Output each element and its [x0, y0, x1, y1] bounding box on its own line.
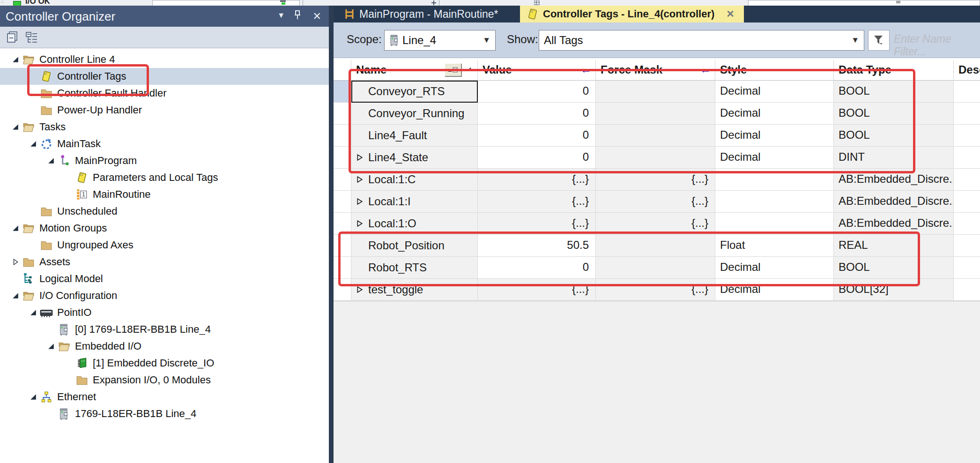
tree-expander-expanded-icon[interactable]: [9, 53, 22, 66]
cell-name[interactable]: test_toggle: [351, 279, 478, 301]
cell-data-type[interactable]: BOOL: [834, 81, 954, 103]
tree-item-assets[interactable]: Assets: [0, 254, 329, 270]
tree-item-expansion-i-o-0-modules[interactable]: Expansion I/O, 0 Modules: [0, 372, 329, 388]
pin-icon[interactable]: [292, 9, 303, 22]
panel-splitter[interactable]: [329, 6, 334, 463]
cell-description[interactable]: [954, 103, 980, 125]
column-header-style[interactable]: Style: [715, 60, 834, 81]
tree-item-unscheduled[interactable]: Unscheduled: [0, 203, 329, 220]
cell-data-type[interactable]: BOOL[32]: [834, 279, 954, 301]
row-selector-margin[interactable]: [334, 125, 351, 147]
collapse-pages-icon[interactable]: [5, 30, 21, 45]
tree-item-ungrouped-axes[interactable]: Ungrouped Axes: [0, 237, 329, 254]
tree-item--0-1769-l18er-bb1b-line-4[interactable]: [0] 1769-L18ER-BB1B Line_4: [0, 321, 329, 338]
cell-force-mask[interactable]: {...}: [596, 191, 715, 213]
tree-expander-expanded-icon[interactable]: [27, 138, 39, 150]
row-selector-margin[interactable]: [334, 147, 351, 169]
row-selector-margin[interactable]: [334, 279, 351, 301]
column-pin-arrow-icon[interactable]: ←: [700, 63, 711, 76]
cell-description[interactable]: [954, 257, 980, 279]
tree-item--1-embedded-discrete-io[interactable]: [1] Embedded Discrete_IO: [0, 355, 329, 372]
cell-name[interactable]: Conveyor_RTS: [351, 81, 478, 103]
filter-button[interactable]: [868, 30, 890, 51]
tree-item-controller-fault-handler[interactable]: Controller Fault Handler: [0, 85, 329, 102]
tree-item-controller-tags[interactable]: Controller Tags: [0, 68, 329, 85]
cell-name[interactable]: Line4_State: [351, 147, 478, 169]
tree-expander-expanded-icon[interactable]: [9, 290, 22, 302]
column-header-data_type[interactable]: Data Type: [834, 60, 954, 81]
tab-main-routine[interactable]: MainProgram - MainRoutine*: [337, 6, 519, 22]
cell-data-type[interactable]: BOOL: [834, 103, 954, 125]
row-selector-margin[interactable]: [334, 235, 351, 257]
cell-data-type[interactable]: REAL: [834, 235, 954, 257]
tree-item-controller-line-4[interactable]: Controller Line 4: [0, 51, 329, 68]
tree-item-mainprogram[interactable]: MainProgram: [0, 152, 329, 169]
tree-item-tasks[interactable]: Tasks: [0, 119, 329, 135]
row-expand-icon[interactable]: [357, 286, 367, 293]
clipped-combo-box[interactable]: [748, 0, 980, 6]
show-dropdown[interactable]: All Tags ▼: [539, 30, 864, 51]
cell-style[interactable]: [715, 213, 834, 235]
column-header-force_mask[interactable]: Force Mask←: [596, 60, 715, 81]
tree-item-ethernet[interactable]: Ethernet: [0, 388, 329, 405]
cell-name[interactable]: Robot_Position: [351, 235, 478, 257]
cell-style[interactable]: Float: [715, 235, 834, 257]
cell-data-type[interactable]: BOOL: [834, 257, 954, 279]
tree-expander-expanded-icon[interactable]: [45, 340, 57, 352]
cell-data-type[interactable]: AB:Embedded_Discre...: [834, 169, 954, 191]
tree-item-maintask[interactable]: MainTask: [0, 135, 329, 152]
cell-description[interactable]: [954, 125, 980, 147]
column-pin-arrow-icon[interactable]: ←: [580, 63, 592, 76]
cell-style[interactable]: [715, 191, 834, 213]
tree-item-motion-groups[interactable]: Motion Groups: [0, 220, 329, 237]
cell-force-mask[interactable]: [596, 103, 715, 125]
tree-item-pointio[interactable]: PointIO: [0, 304, 329, 321]
row-expand-icon[interactable]: [357, 220, 367, 227]
cell-style[interactable]: Decimal: [715, 257, 834, 279]
scope-dropdown[interactable]: Line_4 ▼: [384, 30, 496, 51]
tab-controller-tags[interactable]: Controller Tags - Line_4(controller)✕: [520, 6, 744, 22]
row-expand-icon[interactable]: [357, 154, 367, 161]
cell-name[interactable]: Local:1:C: [351, 169, 478, 191]
tree-expander-expanded-icon[interactable]: [27, 391, 39, 403]
cell-description[interactable]: [954, 147, 980, 169]
tree-item-i-o-configuration[interactable]: I/O Configuration: [0, 287, 329, 304]
cell-name[interactable]: Local:1:O: [351, 213, 478, 235]
tree-options-icon[interactable]: [24, 30, 40, 45]
cell-force-mask[interactable]: [596, 235, 715, 257]
cell-force-mask[interactable]: {...}: [596, 213, 715, 235]
tree-item-power-up-handler[interactable]: Power-Up Handler: [0, 102, 329, 119]
cell-value[interactable]: 0: [478, 125, 596, 147]
clipped-combo-box[interactable]: [152, 0, 300, 6]
cell-data-type[interactable]: AB:Embedded_Discre...: [834, 191, 954, 213]
column-header-description[interactable]: Description: [954, 60, 980, 81]
tree-expander-expanded-icon[interactable]: [9, 121, 22, 133]
close-icon[interactable]: ✕: [313, 10, 321, 22]
clipped-toolbar-icon[interactable]: [431, 0, 437, 5]
cell-name[interactable]: Robot_RTS: [351, 257, 478, 279]
cell-value[interactable]: 0: [478, 257, 596, 279]
row-selector-margin[interactable]: [334, 257, 351, 279]
sort-ascending-icon[interactable]: ▲: [467, 65, 474, 73]
cell-style[interactable]: Decimal: [715, 103, 834, 125]
cell-value[interactable]: 50.5: [478, 235, 596, 257]
name-filter-input[interactable]: Enter Name Filter...: [894, 33, 980, 58]
cell-style[interactable]: Decimal: [715, 81, 834, 103]
tree-item-logical-model[interactable]: Logical Model: [0, 270, 329, 287]
name-column-options-button[interactable]: [445, 63, 461, 76]
tree-item-1769-l18er-bb1b-line-4[interactable]: 1769-L18ER-BB1B Line_4: [0, 405, 329, 422]
cell-value[interactable]: 0: [478, 81, 596, 103]
cell-value[interactable]: 0: [478, 103, 596, 125]
tree-item-embedded-i-o[interactable]: Embedded I/O: [0, 338, 329, 355]
column-header-value[interactable]: Value←: [478, 60, 596, 81]
cell-value[interactable]: {...}: [478, 191, 596, 213]
cell-description[interactable]: [954, 279, 980, 301]
row-selector-margin[interactable]: [334, 169, 351, 191]
tree-expander-collapsed-icon[interactable]: [9, 256, 22, 268]
cell-description[interactable]: [954, 81, 980, 103]
cell-description[interactable]: [954, 235, 980, 257]
cell-data-type[interactable]: DINT: [834, 147, 954, 169]
tree-item-parameters-and-local-tags[interactable]: Parameters and Local Tags: [0, 169, 329, 186]
tree-item-mainroutine[interactable]: 1MainRoutine: [0, 186, 329, 203]
cell-value[interactable]: {...}: [478, 279, 596, 301]
